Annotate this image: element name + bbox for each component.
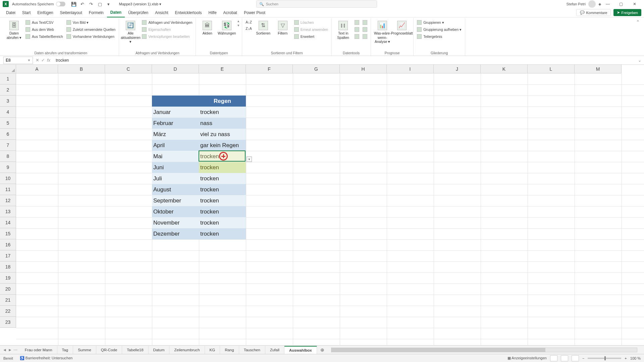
table-cell[interactable]: trocken <box>199 151 246 162</box>
redo-icon[interactable]: ↷ <box>88 1 95 7</box>
sheet-tab[interactable]: Tabelle18 <box>122 346 148 354</box>
autosave-toggle[interactable] <box>56 2 65 6</box>
column-header[interactable]: J <box>434 65 481 73</box>
row-header[interactable]: 10 <box>0 173 16 184</box>
table-cell[interactable]: Juni <box>152 162 199 173</box>
share-button[interactable]: ➤ Freigeben <box>613 9 641 16</box>
ribbon-tab-entwicklertools[interactable]: Entwicklertools <box>172 8 205 17</box>
column-header[interactable]: A <box>16 65 58 73</box>
select-all-corner[interactable] <box>0 65 16 73</box>
row-header[interactable]: 19 <box>0 273 16 284</box>
spreadsheet-grid[interactable]: ABCDEFGHIJKLM 12345678910111213141516171… <box>0 65 644 350</box>
ribbon-tab-hilfe[interactable]: Hilfe <box>205 8 220 17</box>
sheet-tab[interactable]: QR-Code <box>96 346 122 354</box>
save-icon[interactable]: 💾 <box>70 1 77 7</box>
what-if-button[interactable]: 📊Was-wäre-wenn-Analyse ▾ <box>373 19 392 45</box>
ungroup-button[interactable]: Gruppierung aufheben ▾ <box>416 26 463 33</box>
horizontal-scrollbar[interactable] <box>331 348 637 352</box>
column-header[interactable]: F <box>246 65 293 73</box>
subtotal-button[interactable]: Teilergebnis <box>416 34 463 40</box>
table-cell[interactable]: trocken <box>199 206 246 217</box>
column-header[interactable]: I <box>387 65 434 73</box>
table-cell[interactable]: trocken <box>199 217 246 228</box>
table-cell[interactable]: trocken <box>199 228 246 239</box>
from-image[interactable]: Von Bild ▾ <box>65 19 117 25</box>
add-sheet-button[interactable]: ⊕ <box>317 347 328 353</box>
row-header[interactable]: 20 <box>0 284 16 295</box>
recent-sources[interactable]: Zuletzt verwendete Quellen <box>65 26 117 33</box>
zoom-in-icon[interactable]: + <box>625 356 627 360</box>
text-to-columns[interactable]: ⫿⫿Text in Spalten <box>334 19 353 41</box>
sort-button[interactable]: ⇅Sortieren <box>254 19 273 37</box>
zoom-out-icon[interactable]: − <box>582 356 584 360</box>
row-header[interactable]: 2 <box>0 84 16 96</box>
table-cell[interactable]: Dezember <box>152 228 199 239</box>
sheet-tab[interactable]: Zeilenumbruch <box>169 346 205 354</box>
table-cell[interactable]: trocken <box>199 195 246 206</box>
table-cell[interactable]: März <box>152 129 199 140</box>
cancel-formula-icon[interactable]: ✕ <box>36 58 39 63</box>
sheet-tab[interactable]: KG <box>205 346 220 354</box>
avatar[interactable] <box>588 0 596 8</box>
table-cell[interactable]: November <box>152 217 199 228</box>
zoom-level[interactable]: 100 % <box>630 356 641 360</box>
expand-formula-icon[interactable]: ⌄ <box>635 58 644 63</box>
close-icon[interactable]: ✕ <box>628 0 641 8</box>
row-header[interactable]: 8 <box>0 151 16 162</box>
ribbon-tab-seitenlayout[interactable]: Seitenlayout <box>57 8 86 17</box>
row-header[interactable]: 17 <box>0 250 16 261</box>
sheet-prev-icon[interactable]: ◄ <box>3 348 7 352</box>
table-cell[interactable]: trocken <box>199 184 246 195</box>
row-header[interactable]: 11 <box>0 184 16 195</box>
sheet-tab[interactable]: Auswahlbox <box>284 346 317 354</box>
from-web[interactable]: Aus dem Web <box>24 26 64 33</box>
column-header[interactable]: D <box>152 65 199 73</box>
sheet-menu-icon[interactable]: ⋯ <box>13 348 17 352</box>
row-header[interactable]: 1 <box>0 73 16 84</box>
row-header[interactable]: 23 <box>0 317 16 328</box>
table-cell[interactable]: trocken <box>199 107 246 118</box>
row-header[interactable]: 7 <box>0 140 16 151</box>
ribbon-tab-datei[interactable]: Datei <box>3 8 19 17</box>
sheet-tab[interactable]: Zufall <box>265 346 284 354</box>
table-cell[interactable]: Februar <box>152 118 199 129</box>
ribbon-tab-power pivot[interactable]: Power Pivot <box>240 8 269 17</box>
column-header[interactable]: M <box>575 65 622 73</box>
from-text-csv[interactable]: Aus Text/CSV <box>24 19 64 25</box>
table-cell[interactable]: viel zu nass <box>199 129 246 140</box>
stocks-button[interactable]: 🏛Aktien <box>198 19 217 37</box>
table-header-cell[interactable] <box>152 96 199 107</box>
page-break-icon[interactable] <box>572 355 579 361</box>
row-header[interactable]: 22 <box>0 306 16 317</box>
accessibility-status[interactable]: ♿ Barrierefreiheit: Untersuchen <box>20 356 73 360</box>
table-cell[interactable]: Oktober <box>152 206 199 217</box>
column-header[interactable]: E <box>199 65 246 73</box>
fx-icon[interactable]: fx <box>47 58 50 63</box>
ribbon-tab-start[interactable]: Start <box>19 8 34 17</box>
sheet-tab[interactable]: Rang <box>220 346 239 354</box>
forecast-button[interactable]: 📈Prognoseblatt <box>392 19 411 37</box>
diamond-icon[interactable]: ◈ <box>598 2 601 6</box>
ribbon-tab-daten[interactable]: Daten <box>107 8 125 17</box>
ribbon-tab-acrobat[interactable]: Acrobat <box>220 8 240 17</box>
comments-button[interactable]: 💬 Kommentare <box>576 9 611 16</box>
filename[interactable]: Mappe3 (version 1).xlsb ▾ <box>119 2 161 6</box>
row-header[interactable]: 18 <box>0 261 16 273</box>
row-header[interactable]: 5 <box>0 118 16 129</box>
collapse-ribbon-icon[interactable]: ⌃ <box>635 18 641 26</box>
table-cell[interactable]: trocken <box>199 173 246 184</box>
row-header[interactable]: 14 <box>0 217 16 228</box>
minimize-icon[interactable]: — <box>601 0 614 8</box>
sheet-tab[interactable]: Summe <box>73 346 96 354</box>
group-button[interactable]: Gruppieren ▾ <box>416 19 463 25</box>
maximize-icon[interactable]: ▢ <box>614 0 628 8</box>
sort-asc[interactable]: A↓Z <box>244 19 253 25</box>
sheet-next-icon[interactable]: ► <box>8 348 12 352</box>
table-cell[interactable]: Mai <box>152 151 199 162</box>
normal-view-icon[interactable] <box>550 355 557 361</box>
ribbon-tab-ansicht[interactable]: Ansicht <box>152 8 171 17</box>
from-table[interactable]: Aus Tabelle/Bereich <box>24 34 64 40</box>
get-data-button[interactable]: 🗄Daten abrufen ▾ <box>5 19 23 41</box>
row-header[interactable]: 16 <box>0 239 16 250</box>
table-cell[interactable]: April <box>152 140 199 151</box>
